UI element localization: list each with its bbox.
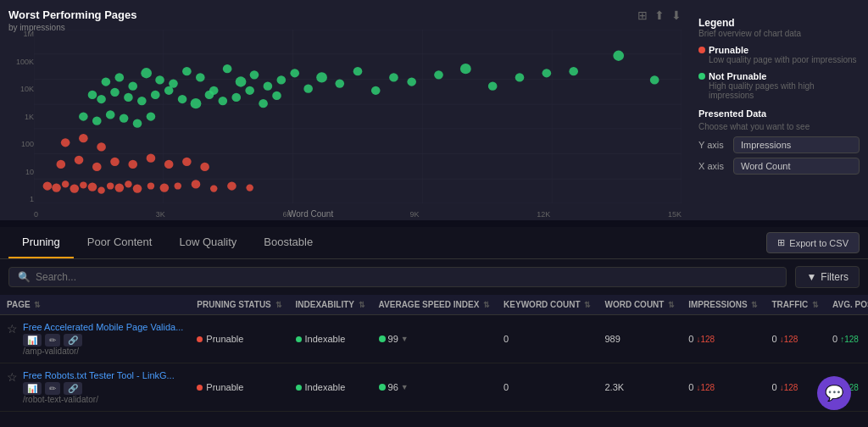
svg-point-42 [613, 51, 624, 61]
svg-point-53 [205, 91, 214, 99]
svg-point-70 [88, 182, 97, 191]
divider [0, 220, 868, 227]
table-area: Pruning Poor Content Low Quality Boostab… [0, 227, 868, 427]
x-label-9k: 9K [409, 210, 419, 219]
svg-point-72 [107, 182, 114, 189]
page-icon-edit-1[interactable]: ✏ [45, 334, 60, 347]
impressions-trend-1: ↓128 [696, 335, 715, 344]
x-axis-title: Word Count [288, 209, 333, 219]
chat-bubble[interactable]: 💬 [817, 376, 851, 410]
legend-subtitle: Brief overview of chart data [698, 29, 860, 38]
col-indexability: INDEXABILITY ⇅ [289, 295, 372, 315]
page-link-2[interactable]: Free Robots.txt Tester Tool - LinkG... [23, 370, 175, 380]
chart-icon-download[interactable]: ⬇ [671, 8, 682, 22]
table-header-row: PAGE ⇅ PRUNING STATUS ⇅ INDEXABILITY ⇅ A… [0, 295, 868, 315]
export-icon: ⊞ [777, 237, 785, 248]
scatter-plot [34, 30, 682, 203]
presented-data: Presented Data Choose what you want to s… [698, 108, 860, 175]
page-icon-link-2[interactable]: 🔗 [64, 382, 82, 395]
svg-point-91 [200, 163, 209, 171]
cell-keyword-count-2: 0 [497, 363, 598, 412]
chart-icon-export-up[interactable]: ⬆ [654, 8, 665, 22]
cell-page-2: ☆ Free Robots.txt Tester Tool - LinkG...… [0, 363, 190, 412]
svg-point-14 [102, 77, 111, 86]
svg-point-89 [164, 160, 174, 169]
svg-point-57 [259, 99, 268, 108]
svg-point-17 [141, 68, 152, 78]
chart-icon-grid[interactable]: ⊞ [637, 8, 648, 22]
speed-indicator-1 [379, 336, 386, 342]
tab-low-quality[interactable]: Low Quality [165, 227, 250, 258]
not-prunable-label: Not Prunable [709, 71, 766, 81]
svg-point-34 [389, 73, 398, 81]
svg-point-50 [164, 86, 174, 95]
filter-icon: ▼ [806, 271, 816, 283]
y-label-10k: 10K [20, 85, 34, 93]
page-icon-link-1[interactable]: 🔗 [64, 334, 82, 347]
svg-point-61 [106, 110, 115, 119]
x-axis-label-text: X axis [698, 161, 728, 171]
export-csv-button[interactable]: ⊞ Export to CSV [766, 232, 860, 253]
page-icon-bar-1[interactable]: 📊 [23, 334, 42, 347]
svg-point-74 [125, 180, 131, 187]
svg-point-27 [277, 75, 287, 84]
x-label-0: 0 [34, 210, 38, 219]
page-path-1: /amp-validator/ [23, 347, 183, 356]
speed-caret-2: ▼ [401, 383, 409, 391]
page-icon-edit-2[interactable]: ✏ [45, 382, 60, 395]
svg-point-32 [353, 67, 363, 75]
x-label-3k: 3K [156, 210, 165, 219]
y-axis-select[interactable]: Impressions Traffic Avg Position [733, 136, 860, 153]
not-prunable-desc: High quality pages with high impressions [709, 81, 860, 100]
col-traffic: TRAFFIC ⇅ [765, 295, 826, 315]
cell-word-count-2: 2.3K [598, 363, 682, 412]
svg-point-80 [210, 185, 217, 191]
cell-indexability-2: Indexable [289, 363, 372, 412]
svg-point-45 [97, 95, 106, 103]
svg-point-49 [151, 91, 160, 99]
cell-impressions-2: 0 ↓128 [682, 363, 765, 412]
traffic-trend-1: ↓128 [780, 335, 798, 344]
tab-poor-content[interactable]: Poor Content [74, 227, 166, 258]
speed-indicator-2 [379, 384, 386, 391]
svg-point-60 [92, 117, 102, 125]
search-input[interactable] [36, 271, 777, 283]
page-icon-bar-2[interactable]: 📊 [23, 382, 42, 395]
cell-speed-1: 99 ▼ [372, 315, 498, 363]
avg-position-trend-1: ↑128 [840, 335, 859, 344]
indexability-2: Indexable [305, 382, 346, 392]
cell-indexability-1: Indexable [289, 315, 372, 363]
chart-area: Worst Performing Pages by impressions ⊞ … [0, 0, 868, 220]
svg-point-16 [128, 82, 137, 91]
svg-point-64 [147, 112, 156, 120]
star-icon-1[interactable]: ☆ [7, 322, 18, 336]
star-icon-2[interactable]: ☆ [7, 370, 18, 384]
cell-traffic-2: 0 ↓128 [765, 363, 826, 412]
page-link-1[interactable]: Free Accelerated Mobile Page Valida... [23, 322, 183, 332]
col-speed: AVERAGE SPEED INDEX ⇅ [372, 295, 498, 315]
x-label-12k: 12K [537, 210, 550, 219]
prunable-label: Prunable [709, 45, 748, 55]
svg-point-55 [231, 93, 241, 102]
page-path-2: /robot-text-validator/ [23, 395, 175, 404]
filters-button[interactable]: ▼ Filters [795, 266, 860, 288]
svg-point-21 [196, 73, 205, 81]
legend-title: Legend [698, 17, 860, 29]
svg-point-65 [43, 181, 53, 190]
pruning-status-1: Prunable [206, 334, 243, 344]
col-avg-position: AVG. POSITION ⇅ [826, 295, 868, 315]
svg-point-52 [191, 98, 202, 108]
svg-point-38 [488, 82, 498, 91]
svg-point-18 [155, 75, 164, 84]
svg-point-48 [137, 97, 147, 105]
x-axis-select[interactable]: Word Count Keyword Count [733, 158, 860, 175]
scatter-svg [34, 30, 682, 203]
col-pruning-status: PRUNING STATUS ⇅ [190, 295, 288, 315]
svg-point-20 [182, 67, 192, 75]
tab-pruning[interactable]: Pruning [8, 227, 74, 258]
tab-boostable[interactable]: Boostable [250, 227, 326, 258]
svg-point-62 [120, 114, 129, 122]
prunable-dot [698, 47, 705, 53]
svg-point-82 [246, 184, 253, 191]
svg-point-30 [316, 72, 327, 82]
